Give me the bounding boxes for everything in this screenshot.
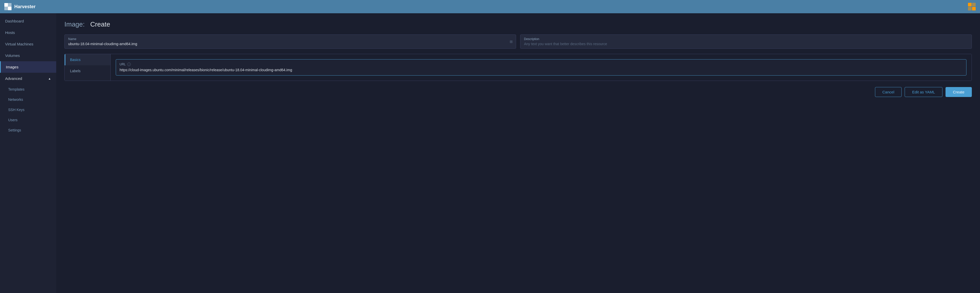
sidebar-item-images[interactable]: Images: [0, 61, 56, 73]
name-input[interactable]: [68, 42, 512, 46]
harvester-logo-icon: [4, 3, 12, 11]
brand: Harvester: [4, 3, 35, 11]
sidebar-item-volumes[interactable]: Volumes: [0, 50, 56, 61]
svg-rect-1: [8, 3, 11, 6]
url-label: URL i: [119, 63, 963, 66]
sidebar-item-ssh-keys[interactable]: SSH Keys: [0, 105, 56, 115]
top-bar-icon: [968, 3, 976, 11]
description-field: Description: [520, 35, 972, 49]
sidebar-item-advanced[interactable]: Advanced ▲: [0, 73, 56, 84]
sidebar: Dashboard Hosts Virtual Machines Volumes…: [0, 13, 56, 293]
app-name: Harvester: [14, 4, 35, 10]
svg-rect-5: [972, 3, 976, 6]
svg-rect-7: [972, 7, 976, 11]
svg-rect-3: [8, 6, 11, 10]
sidebar-item-hosts[interactable]: Hosts: [0, 27, 56, 38]
svg-rect-6: [968, 7, 972, 11]
create-button[interactable]: Create: [945, 87, 972, 97]
chevron-up-icon: ▲: [48, 77, 51, 81]
sidebar-item-settings[interactable]: Settings: [0, 125, 56, 135]
name-field: Name ⊞: [64, 35, 516, 49]
section-tabs: Basics Labels: [65, 54, 111, 81]
tab-labels[interactable]: Labels: [65, 65, 110, 76]
sidebar-item-users[interactable]: Users: [0, 115, 56, 125]
description-label: Description: [524, 37, 968, 41]
sidebar-item-networks[interactable]: Networks: [0, 94, 56, 105]
url-info-icon[interactable]: i: [127, 63, 131, 66]
svg-rect-4: [968, 3, 972, 6]
expand-icon: ⊞: [510, 40, 513, 44]
top-bar: Harvester: [0, 0, 980, 13]
page-title: Image: Create: [64, 21, 972, 29]
sidebar-item-virtual-machines[interactable]: Virtual Machines: [0, 38, 56, 50]
svg-rect-0: [4, 3, 8, 6]
edit-as-yaml-button[interactable]: Edit as YAML: [905, 87, 942, 97]
url-field-wrapper: URL i: [116, 59, 966, 76]
description-input[interactable]: [524, 42, 968, 46]
sidebar-item-dashboard[interactable]: Dashboard: [0, 15, 56, 27]
cancel-button[interactable]: Cancel: [875, 87, 902, 97]
tab-basics[interactable]: Basics: [65, 54, 110, 65]
name-label: Name: [68, 37, 512, 41]
form-top-row: Name ⊞ Description: [64, 35, 972, 49]
tab-basics-content: URL i: [111, 54, 972, 81]
main-content: Image: Create Name ⊞ Description Basics: [56, 13, 980, 293]
url-input[interactable]: [119, 68, 963, 72]
sidebar-item-templates[interactable]: Templates: [0, 84, 56, 94]
svg-rect-2: [4, 6, 8, 10]
section-area: Basics Labels URL i: [64, 54, 972, 81]
action-buttons: Cancel Edit as YAML Create: [64, 87, 972, 97]
